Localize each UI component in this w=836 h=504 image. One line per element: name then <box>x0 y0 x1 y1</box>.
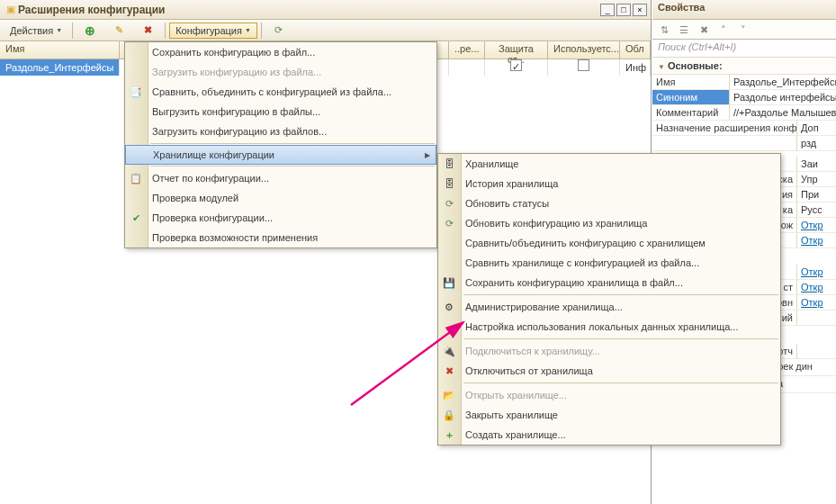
menu-repo-local-settings[interactable]: Настройка использования локальных данных… <box>438 317 780 337</box>
menu-repo-open[interactable]: 📂Открыть хранилище... <box>438 385 780 405</box>
left-title: Расширения конфигурации <box>18 4 598 16</box>
refresh-icon: ⟳ <box>442 218 456 230</box>
sort-button[interactable]: ⇅ <box>656 22 672 38</box>
menu-repo-refresh-status[interactable]: ⟳Обновить статусы <box>438 194 780 213</box>
refresh-icon: ⟳ <box>442 198 456 210</box>
menu-save-config[interactable]: Сохранить конфигурацию в файл... <box>125 42 436 62</box>
report-icon: 📋 <box>129 173 143 184</box>
menu-repo-create[interactable]: ＋Создать хранилище... <box>438 425 780 445</box>
add-button[interactable]: ⊕ <box>76 21 103 40</box>
menu-repo-compare-file[interactable]: Сравнить хранилище с конфигурацией из фа… <box>438 253 780 273</box>
maximize-button[interactable]: □ <box>616 4 631 16</box>
cell-protect[interactable] <box>485 59 548 76</box>
checkbox-icon <box>510 59 522 71</box>
prop-comment: Комментарий //+Раздолье Малышев <box>652 105 836 121</box>
menu-repo-disconnect[interactable]: ✖Отключиться от хранилища <box>438 361 780 381</box>
gear-icon: ⚙ <box>442 302 456 313</box>
edit-button[interactable]: ✎ <box>105 21 132 40</box>
menu-import-config[interactable]: Загрузить конфигурацию из файлов... <box>125 122 436 141</box>
menu-load-config[interactable]: Загрузить конфигурацию из файла... <box>125 62 436 82</box>
repository-submenu: 🗄Хранилище 🗄История хранилища ⟳Обновить … <box>437 153 781 446</box>
pencil-icon: ✎ <box>112 23 126 38</box>
checkbox-icon <box>578 59 589 71</box>
left-title-bar: ▣ Расширения конфигурации _ □ × <box>0 0 651 20</box>
menu-check-apply[interactable]: Проверка возможности применения <box>125 228 436 248</box>
col-ex[interactable]: ..ре... <box>449 41 485 58</box>
compare-icon: 📑 <box>129 86 143 98</box>
prop-name: Имя Раздолье_Интерфейсь <box>652 75 836 90</box>
menu-repo-connect[interactable]: 🔌Подключиться к хранилищу... <box>438 341 780 361</box>
minimize-button[interactable]: _ <box>600 4 615 16</box>
window-icon: ▣ <box>4 3 18 17</box>
folder-open-icon: 📂 <box>442 390 456 401</box>
menu-repo-storage[interactable]: 🗄Хранилище <box>438 154 780 174</box>
x-icon: ✖ <box>140 23 155 38</box>
delete-button[interactable]: ✖ <box>134 21 161 40</box>
plus-icon: ＋ <box>442 428 456 442</box>
menu-check-config[interactable]: ✔Проверка конфигурации... <box>125 208 436 228</box>
prop-purpose: Назначение расширения конфиг Доп <box>652 121 836 136</box>
menu-repository[interactable]: Хранилище конфигурации▶ <box>125 145 436 165</box>
col-used[interactable]: Используетс... <box>548 41 620 58</box>
refresh-icon: ⟳ <box>272 23 286 38</box>
menu-repo-history[interactable]: 🗄История хранилища <box>438 174 780 194</box>
menu-check-modules[interactable]: Проверка модулей <box>125 188 436 208</box>
save-icon: 💾 <box>442 277 456 289</box>
actions-dropdown[interactable]: Действия▼ <box>4 22 68 39</box>
col-region[interactable]: Обл <box>620 41 651 58</box>
menu-compare-merge[interactable]: 📑Сравнить, объединить с конфигурацией из… <box>125 82 436 102</box>
x-button[interactable]: ✖ <box>696 22 712 38</box>
config-menu: Сохранить конфигурацию в файл... Загрузи… <box>124 41 437 248</box>
cell-region: Инф <box>620 59 651 76</box>
col-name[interactable]: Имя <box>0 41 120 58</box>
menu-repo-admin[interactable]: ⚙Администрирование хранилища... <box>438 297 780 317</box>
properties-title: Свойства <box>652 0 836 20</box>
menu-repo-refresh-config[interactable]: ⟳Обновить конфигурацию из хранилища <box>438 213 780 233</box>
col-protect[interactable]: Защита от... <box>485 41 548 58</box>
history-icon: 🗄 <box>442 178 456 189</box>
plus-icon: ⊕ <box>83 23 97 38</box>
menu-report[interactable]: 📋Отчет по конфигурации... <box>125 168 436 188</box>
lock-icon: 🔒 <box>442 410 456 421</box>
prev-button[interactable]: ˄ <box>715 22 732 38</box>
storage-icon: 🗄 <box>442 158 456 169</box>
properties-search[interactable]: Поиск (Ctrl+Alt+I) <box>652 40 836 58</box>
menu-repo-save-file[interactable]: 💾Сохранить конфигурацию хранилища в файл… <box>438 273 780 292</box>
menu-repo-compare[interactable]: Сравнить/объединить конфигурацию с храни… <box>438 233 780 253</box>
refresh-button[interactable]: ⟳ <box>265 21 292 40</box>
cell-used[interactable] <box>548 59 620 76</box>
next-button[interactable]: ˅ <box>735 22 751 38</box>
check-icon: ✔ <box>129 212 143 224</box>
left-toolbar: Действия▼ ⊕ ✎ ✖ Конфигурация▼ ⟳ <box>0 20 651 41</box>
plug-icon: 🔌 <box>442 346 456 357</box>
cell-name: Раздолье_Интерфейсы <box>0 59 120 76</box>
menu-repo-close[interactable]: 🔒Закрыть хранилище <box>438 405 780 425</box>
properties-toolbar: ⇅ ☰ ✖ ˄ ˅ <box>652 20 836 40</box>
close-button[interactable]: × <box>633 4 647 16</box>
disconnect-icon: ✖ <box>442 365 456 377</box>
menu-export-config[interactable]: Выгрузить конфигурацию в файлы... <box>125 102 436 122</box>
config-dropdown[interactable]: Конфигурация▼ <box>169 22 257 39</box>
group-main[interactable]: ▼Основные: <box>652 58 836 75</box>
prop-synonym: Синоним Раздолье интерфейсы <box>652 90 836 105</box>
prop-rzd: рзд <box>652 136 836 151</box>
categories-button[interactable]: ☰ <box>676 22 692 38</box>
